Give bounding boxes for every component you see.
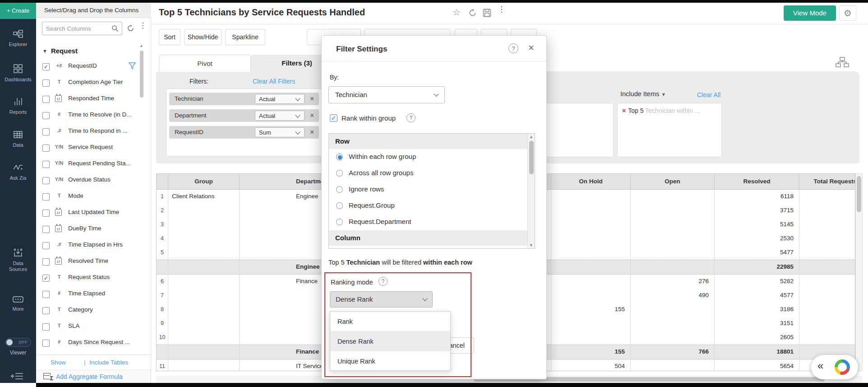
remove-filter-icon[interactable]: × bbox=[310, 112, 314, 120]
scroll-up-icon[interactable]: ▲ bbox=[139, 43, 143, 48]
radio-icon[interactable] bbox=[336, 219, 343, 225]
toolbar-button-sparkline[interactable]: Sparkline bbox=[225, 29, 265, 45]
column-checkbox[interactable] bbox=[42, 323, 50, 331]
tab-pivot[interactable]: Pivot bbox=[159, 55, 251, 72]
rank-option-ignore-rows[interactable]: Ignore rows bbox=[329, 182, 528, 198]
rank-option-label: Ignore rows bbox=[349, 185, 384, 193]
table-cell: 276 bbox=[631, 275, 715, 289]
toolbar-button-sort[interactable]: Sort bbox=[159, 29, 180, 45]
filter-summary-text: Top 5 Technician will be filtered within… bbox=[328, 259, 472, 266]
table-cell: 2 bbox=[157, 204, 168, 218]
panel-kebab-icon[interactable]: ⋮ bbox=[139, 23, 147, 29]
column-checkbox[interactable] bbox=[42, 242, 50, 249]
toolbar-button-show-hide[interactable]: Show/Hide bbox=[184, 29, 222, 45]
column-checkbox[interactable] bbox=[42, 258, 50, 266]
column-checkbox[interactable] bbox=[42, 226, 50, 233]
scrollbar-thumb[interactable] bbox=[857, 176, 861, 212]
column-checkbox[interactable] bbox=[42, 128, 50, 135]
rank-option-request-group[interactable]: Request.Group bbox=[329, 198, 528, 214]
help-icon[interactable]: ? bbox=[406, 113, 416, 122]
ranking-mode-select[interactable]: Dense Rank bbox=[330, 291, 433, 308]
favorite-star-icon[interactable]: ☆ bbox=[452, 7, 461, 18]
column-checkbox[interactable] bbox=[42, 210, 50, 217]
table-cell: 766 bbox=[631, 345, 715, 359]
scrollbar-thumb[interactable] bbox=[529, 141, 534, 174]
rank-option-across-all-row-groups[interactable]: Across all row groups bbox=[329, 165, 528, 182]
clear-all-filters-link[interactable]: Clear All Filters bbox=[253, 78, 295, 85]
table-cell bbox=[168, 359, 240, 371]
refresh-icon[interactable] bbox=[468, 9, 477, 19]
sidebar-item-dashboards[interactable]: Dashboards bbox=[0, 64, 36, 83]
chip-aggregate-select[interactable]: Sum bbox=[255, 127, 305, 137]
more-options-icon[interactable]: ⋮ bbox=[498, 7, 505, 11]
column-item-responded-time: 17Responded Time bbox=[36, 91, 140, 107]
remove-filter-icon[interactable]: × bbox=[310, 95, 314, 103]
include-tables-link[interactable]: Include Tables bbox=[89, 359, 128, 366]
column-checkbox[interactable] bbox=[42, 161, 50, 168]
column-checkbox[interactable] bbox=[42, 145, 50, 152]
column-checkbox[interactable]: ✓ bbox=[42, 275, 50, 282]
sidebar-item-data-sources[interactable]: DataSources bbox=[0, 248, 36, 272]
radio-icon[interactable] bbox=[336, 186, 343, 193]
collapse-sidebar-icon[interactable] bbox=[11, 372, 24, 382]
create-button[interactable]: + Create bbox=[0, 3, 36, 19]
radio-icon[interactable] bbox=[336, 154, 343, 160]
remove-chip-icon[interactable]: × bbox=[622, 107, 626, 114]
vertical-scrollbar[interactable] bbox=[855, 173, 863, 371]
column-checkbox[interactable] bbox=[42, 193, 50, 200]
clear-all-link[interactable]: Clear All bbox=[697, 91, 720, 98]
save-icon[interactable] bbox=[483, 9, 491, 19]
show-link[interactable]: Show bbox=[51, 359, 66, 366]
radio-icon[interactable] bbox=[336, 170, 343, 177]
close-icon[interactable]: × bbox=[528, 42, 534, 54]
settings-button[interactable]: ⚙ bbox=[839, 5, 856, 21]
by-select[interactable]: Technician bbox=[328, 86, 445, 103]
column-checkbox[interactable] bbox=[42, 79, 50, 87]
rank-option-within-each-row-group[interactable]: Within each row group bbox=[329, 149, 528, 165]
sidebar-item-ask-zia[interactable]: Ask Zia bbox=[0, 163, 36, 181]
search-input[interactable] bbox=[46, 23, 109, 33]
rank-option-request-department[interactable]: Request.Department bbox=[329, 214, 528, 230]
sidebar-item-explorer[interactable]: Explorer bbox=[0, 30, 36, 47]
add-aggregate-formula[interactable]: Add Aggregate Formula bbox=[36, 370, 151, 383]
scroll-down-icon[interactable]: ▼ bbox=[529, 243, 533, 247]
ranking-option-rank[interactable]: Rank bbox=[330, 312, 450, 331]
panel-scrollbar[interactable] bbox=[140, 51, 143, 98]
toggle-knob-icon bbox=[6, 339, 13, 345]
ranking-option-unique-rank[interactable]: Unique Rank bbox=[330, 351, 450, 371]
rank-within-group-checkbox[interactable]: ✓ bbox=[330, 114, 337, 122]
column-checkbox[interactable] bbox=[42, 340, 50, 347]
collapse-panel-icon[interactable]: « bbox=[817, 359, 823, 372]
section-request[interactable]: ▼Request bbox=[42, 47, 78, 55]
refresh-columns-icon[interactable] bbox=[127, 24, 134, 34]
reports-icon bbox=[0, 98, 36, 107]
column-checkbox[interactable] bbox=[42, 177, 50, 184]
radio-icon[interactable] bbox=[336, 202, 343, 209]
remove-filter-icon[interactable]: × bbox=[310, 128, 314, 136]
help-icon[interactable]: ? bbox=[508, 43, 518, 53]
hierarchy-icon[interactable] bbox=[836, 57, 849, 70]
include-items-dropdown[interactable]: Include Items ▼ bbox=[620, 90, 666, 98]
scroll-up-icon[interactable]: ▲ bbox=[529, 135, 533, 139]
table-cell: 4577 bbox=[715, 289, 799, 303]
ranking-option-dense-rank[interactable]: Dense Rank bbox=[330, 331, 450, 351]
view-mode-button[interactable]: View Mode bbox=[784, 5, 836, 21]
chip-aggregate-select[interactable]: Actual bbox=[255, 111, 305, 121]
sidebar-item-reports[interactable]: Reports bbox=[0, 98, 36, 115]
table-cell: Enginee bbox=[240, 190, 322, 204]
viewer-toggle[interactable]: OFF bbox=[5, 338, 31, 347]
column-item-last-updated-time: 17Last Updated Time bbox=[36, 205, 140, 221]
column-label: Time Elapsed bbox=[68, 290, 105, 297]
listbox-scrollbar[interactable]: ▲ ▼ bbox=[527, 134, 535, 248]
column-checkbox[interactable]: ✓ bbox=[42, 63, 50, 70]
column-checkbox[interactable] bbox=[42, 307, 50, 314]
column-label: Last Updated Time bbox=[68, 209, 119, 215]
column-checkbox[interactable] bbox=[42, 291, 50, 298]
chip-aggregate-select[interactable]: Actual bbox=[255, 94, 305, 104]
sidebar-item-data[interactable]: Data bbox=[0, 131, 36, 148]
column-checkbox[interactable] bbox=[42, 96, 50, 103]
sidebar-item-more[interactable]: More bbox=[0, 296, 36, 312]
filter-funnel-icon[interactable] bbox=[129, 62, 136, 71]
column-checkbox[interactable] bbox=[42, 112, 50, 119]
column-label: Mode bbox=[68, 192, 83, 199]
